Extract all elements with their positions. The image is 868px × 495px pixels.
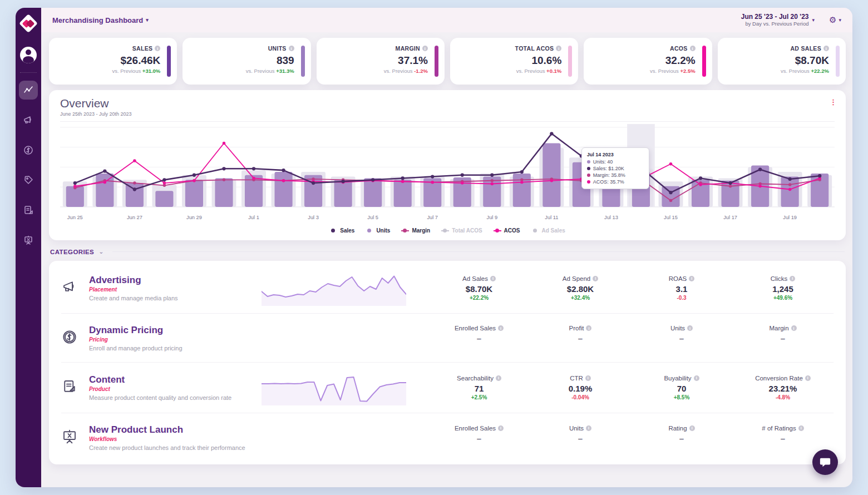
dollar-coin-icon xyxy=(23,145,34,156)
metric-rating: Ratingi – xyxy=(631,425,732,451)
info-icon[interactable]: i xyxy=(798,425,804,431)
settings-menu[interactable]: ⚙ ▾ xyxy=(829,15,841,25)
main-area: Merchandising Dashboard ▾ Jun 25 '23 - J… xyxy=(41,8,852,487)
megaphone-icon xyxy=(23,115,34,126)
content-doc-icon xyxy=(61,378,89,397)
info-icon[interactable]: i xyxy=(585,375,591,381)
info-icon[interactable]: i xyxy=(593,276,598,281)
kpi-card-total-acos[interactable]: TOTAL ACOSi 10.6% vs. Previous +0.1% xyxy=(450,38,578,85)
category-title: New Product Launch xyxy=(89,424,262,435)
sidebar-item-content[interactable] xyxy=(19,201,38,220)
info-icon[interactable]: i xyxy=(556,46,561,51)
topbar: Merchandising Dashboard ▾ Jun 25 '23 - J… xyxy=(41,8,852,32)
overview-panel: Overview June 25th 2023 - July 20th 2023… xyxy=(49,90,846,240)
categories-toggle[interactable]: CATEGORIES xyxy=(50,249,94,255)
info-icon[interactable]: i xyxy=(823,46,829,51)
page-title: Merchandising Dashboard xyxy=(52,16,143,24)
kpi-change: +22.2% xyxy=(811,68,829,74)
kebab-menu-icon[interactable]: ⋮ xyxy=(830,98,837,106)
metric-margin: Margini – xyxy=(732,325,834,351)
user-avatar-icon[interactable] xyxy=(20,47,37,63)
svg-text:Jul 5: Jul 5 xyxy=(367,215,378,220)
metric-enrolled-sales: Enrolled Salesi – xyxy=(428,325,530,351)
kpi-change: +31.3% xyxy=(276,68,294,74)
info-icon[interactable]: i xyxy=(586,425,591,431)
info-icon[interactable]: i xyxy=(689,276,694,281)
legend-units[interactable]: Units xyxy=(366,227,390,234)
svg-text:Jun 25: Jun 25 xyxy=(67,215,83,220)
kpi-label: UNITS xyxy=(268,45,287,52)
info-icon[interactable]: i xyxy=(289,46,294,51)
date-range-selector[interactable]: Jun 25 '23 - Jul 20 '23 by Day vs. Previ… xyxy=(741,13,815,27)
info-icon[interactable]: i xyxy=(490,276,496,281)
metric-ad-spend: Ad Spendi $2.80K +32.4% xyxy=(530,275,631,301)
overview-chart[interactable]: Jun 25Jun 27Jun 29Jul 1Jul 3Jul 5Jul 7Ju… xyxy=(60,124,835,226)
kpi-accent-bar xyxy=(301,46,305,77)
sidebar-item-pricing[interactable] xyxy=(19,141,38,160)
content-sparkline xyxy=(262,370,406,405)
legend-marker-icon xyxy=(366,228,373,233)
kpi-row: SALESi $26.46K vs. Previous +31.0% UNITS… xyxy=(49,38,846,85)
kpi-card-margin[interactable]: MARGINi 37.1% vs. Previous -1.2% xyxy=(317,38,445,85)
combo-chart-svg[interactable]: Jun 25Jun 27Jun 29Jul 1Jul 3Jul 5Jul 7Ju… xyxy=(60,124,835,226)
dashboard-title-dropdown[interactable]: Merchandising Dashboard ▾ xyxy=(52,16,149,24)
kpi-accent-bar xyxy=(167,46,171,77)
overview-subtitle: June 25th 2023 - July 20th 2023 xyxy=(60,111,835,117)
legend-sales[interactable]: Sales xyxy=(329,227,354,234)
info-icon[interactable]: i xyxy=(586,325,591,331)
megaphone-icon xyxy=(61,279,89,298)
kpi-card-sales[interactable]: SALESi $26.46K vs. Previous +31.0% xyxy=(49,38,177,85)
info-icon[interactable]: i xyxy=(790,276,795,281)
metric-enrolled-sales: Enrolled Salesi – xyxy=(428,425,530,451)
info-icon[interactable]: i xyxy=(498,325,504,331)
legend-margin[interactable]: Margin xyxy=(401,227,430,234)
sidebar-item-tag[interactable] xyxy=(19,171,38,190)
kpi-label: ACOS xyxy=(670,45,688,52)
category-subtitle: Workflows xyxy=(89,436,262,442)
svg-text:Jun 27: Jun 27 xyxy=(127,215,142,220)
info-icon[interactable]: i xyxy=(805,375,811,381)
dollar-coin-icon xyxy=(61,329,89,348)
kpi-accent-bar xyxy=(568,46,572,77)
sidebar-item-dashboard[interactable] xyxy=(19,81,38,100)
info-icon[interactable]: i xyxy=(155,46,160,51)
category-row-new-product-launch[interactable]: New Product Launch Workflows Create new … xyxy=(61,413,834,462)
sidebar-item-advertising[interactable] xyxy=(19,111,38,130)
kpi-card-acos[interactable]: ACOSi 32.2% vs. Previous +2.5% xyxy=(584,38,712,85)
info-icon[interactable]: i xyxy=(694,375,699,381)
svg-text:Jul 17: Jul 17 xyxy=(723,215,737,220)
category-description: Create new product launches and track th… xyxy=(89,444,262,451)
info-icon[interactable]: i xyxy=(687,325,693,331)
chat-widget-button[interactable] xyxy=(812,449,838,475)
content: SALESi $26.46K vs. Previous +31.0% UNITS… xyxy=(41,32,852,487)
sales-bullet-icon xyxy=(587,167,590,170)
legend-acos[interactable]: ACOS xyxy=(494,227,520,234)
info-icon[interactable]: i xyxy=(498,425,504,431)
categories-panel: Advertising Placement Create and manage … xyxy=(49,261,846,464)
info-icon[interactable]: i xyxy=(496,375,501,381)
sidebar-item-workflows[interactable] xyxy=(19,231,38,250)
brand-logo-icon[interactable] xyxy=(19,14,37,32)
legend-marker-icon xyxy=(531,228,539,233)
category-row-content[interactable]: Content Product Measure product content … xyxy=(61,363,834,413)
metric-units: Unitsi – xyxy=(631,325,732,351)
date-range-mode: by Day vs. Previous Period xyxy=(741,21,809,27)
kpi-value: 10.6% xyxy=(458,55,561,67)
kpi-card-ad-sales[interactable]: AD SALESi $8.70K vs. Previous +22.2% xyxy=(718,38,846,85)
chevron-down-icon[interactable]: ⌄ xyxy=(98,248,103,255)
category-subtitle: Product xyxy=(89,386,262,392)
info-icon[interactable]: i xyxy=(422,46,428,51)
category-row-advertising[interactable]: Advertising Placement Create and manage … xyxy=(61,263,834,314)
info-icon[interactable]: i xyxy=(689,425,695,431)
chat-bubble-icon xyxy=(819,456,831,468)
legend-total-acos[interactable]: Total ACOS xyxy=(441,227,482,234)
info-icon[interactable]: i xyxy=(791,325,797,331)
metric-num-ratings: # of Ratingsi – xyxy=(732,425,834,451)
info-icon[interactable]: i xyxy=(690,46,696,51)
legend-ad-sales[interactable]: Ad Sales xyxy=(531,227,565,234)
category-row-dynamic-pricing[interactable]: Dynamic Pricing Pricing Enroll and manag… xyxy=(61,314,834,363)
board-icon xyxy=(23,235,34,246)
metric-conversion-rate: Conversion Ratei 23.21% -4.8% xyxy=(732,375,834,401)
kpi-card-units[interactable]: UNITSi 839 vs. Previous +31.3% xyxy=(183,38,310,85)
category-title: Advertising xyxy=(89,275,262,286)
